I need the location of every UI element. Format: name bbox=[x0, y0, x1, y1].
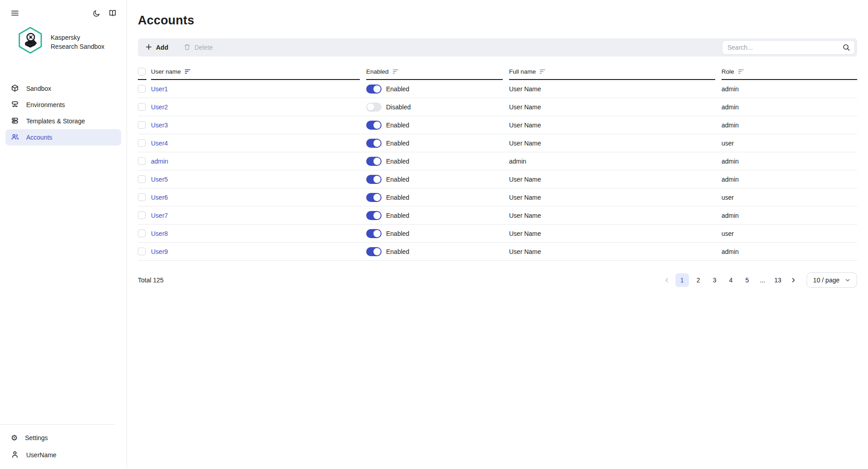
user-name-link[interactable]: User8 bbox=[151, 230, 168, 237]
sort-icon[interactable] bbox=[392, 68, 399, 75]
sort-icon[interactable] bbox=[539, 68, 546, 75]
user-name-cell: User5 bbox=[151, 176, 366, 183]
page-ellipsis: ... bbox=[757, 277, 769, 284]
page-size-value: 10 / page bbox=[813, 277, 840, 284]
user-name-cell: admin bbox=[151, 158, 366, 165]
user-name-link[interactable]: User3 bbox=[151, 122, 168, 129]
table-row: User8 Enabled User Name user bbox=[138, 225, 857, 243]
row-checkbox[interactable] bbox=[138, 175, 146, 183]
row-checkbox[interactable] bbox=[138, 230, 146, 237]
enabled-toggle[interactable] bbox=[366, 139, 382, 148]
user-name-link[interactable]: User1 bbox=[151, 85, 168, 93]
full-name-cell: User Name bbox=[509, 194, 722, 201]
page-button-13[interactable]: 13 bbox=[771, 273, 785, 287]
next-page-chevron-right-icon[interactable] bbox=[788, 277, 799, 283]
enabled-toggle[interactable] bbox=[366, 157, 382, 166]
row-checkbox[interactable] bbox=[138, 121, 146, 129]
toggle-knob bbox=[373, 140, 381, 147]
page-button-5[interactable]: 5 bbox=[741, 273, 754, 287]
settings-item[interactable]: ⚙ Settings bbox=[0, 429, 127, 446]
row-checkbox[interactable] bbox=[138, 85, 146, 93]
user-name-link[interactable]: User5 bbox=[151, 176, 168, 183]
page-button-1[interactable]: 1 bbox=[675, 273, 689, 287]
sidebar-item-sandbox[interactable]: Sandbox bbox=[5, 80, 121, 97]
row-checkbox-cell bbox=[138, 157, 151, 165]
user-name-link[interactable]: admin bbox=[151, 158, 168, 165]
enabled-toggle[interactable] bbox=[366, 121, 382, 130]
enabled-toggle[interactable] bbox=[366, 193, 382, 202]
toggle-knob bbox=[373, 158, 381, 165]
enabled-status-label: Enabled bbox=[386, 158, 409, 165]
user-name-link[interactable]: User7 bbox=[151, 212, 168, 219]
page-size-select[interactable]: 10 / page bbox=[807, 272, 857, 288]
user-name-link[interactable]: User4 bbox=[151, 140, 168, 147]
pagination-bar: Total 125 1 2 3 4 5 ... 13 10 / page bbox=[138, 272, 857, 288]
column-header-user-name[interactable]: User name bbox=[151, 64, 360, 80]
search-input[interactable] bbox=[722, 40, 855, 55]
row-checkbox[interactable] bbox=[138, 248, 146, 255]
page-button-4[interactable]: 4 bbox=[724, 273, 738, 287]
enabled-toggle[interactable] bbox=[366, 247, 382, 256]
page-button-2[interactable]: 2 bbox=[692, 273, 705, 287]
enabled-toggle[interactable] bbox=[366, 211, 382, 220]
gear-icon: ⚙ bbox=[11, 434, 18, 442]
enabled-toggle[interactable] bbox=[366, 103, 382, 112]
row-checkbox-cell bbox=[138, 121, 151, 129]
user-name-link[interactable]: User6 bbox=[151, 194, 168, 201]
add-button[interactable]: Add bbox=[145, 43, 168, 52]
column-header-full-name[interactable]: Full name bbox=[509, 64, 715, 80]
row-checkbox[interactable] bbox=[138, 211, 146, 219]
row-checkbox[interactable] bbox=[138, 103, 146, 111]
person-icon bbox=[11, 450, 19, 460]
enabled-cell: Enabled bbox=[366, 157, 509, 166]
sidebar-item-templates-storage[interactable]: Templates & Storage bbox=[5, 113, 121, 129]
full-name-cell: User Name bbox=[509, 212, 722, 219]
brand: Kaspersky Research Sandbox bbox=[16, 26, 127, 58]
table-row: User1 Enabled User Name admin bbox=[138, 80, 857, 98]
table-header-row: User name Enabled Full name Role bbox=[138, 64, 857, 80]
toggle-knob bbox=[373, 176, 381, 183]
row-checkbox[interactable] bbox=[138, 157, 146, 165]
user-name-cell: User1 bbox=[151, 85, 366, 93]
row-checkbox-cell bbox=[138, 85, 151, 93]
role-cell: admin bbox=[722, 85, 857, 93]
role-cell: user bbox=[722, 230, 857, 237]
page-button-3[interactable]: 3 bbox=[708, 273, 722, 287]
column-header-role[interactable]: Role bbox=[722, 64, 857, 80]
role-cell: admin bbox=[722, 103, 857, 111]
sidebar-item-environments[interactable]: Environments bbox=[5, 97, 121, 113]
enabled-status-label: Enabled bbox=[386, 85, 409, 93]
enabled-toggle[interactable] bbox=[366, 229, 382, 238]
select-all-checkbox[interactable] bbox=[138, 68, 146, 75]
user-account-item[interactable]: UserName bbox=[0, 446, 127, 464]
enabled-toggle[interactable] bbox=[366, 84, 382, 94]
previous-page-chevron-left-icon[interactable] bbox=[661, 277, 673, 283]
user-name-link[interactable]: User2 bbox=[151, 103, 168, 111]
users-icon bbox=[11, 133, 19, 142]
sort-icon[interactable] bbox=[738, 68, 744, 75]
user-name-cell: User7 bbox=[151, 212, 366, 219]
delete-button[interactable]: Delete bbox=[184, 43, 212, 52]
kaspersky-hexagon-logo-icon bbox=[16, 26, 44, 58]
user-name-link[interactable]: User9 bbox=[151, 248, 168, 255]
full-name-cell: User Name bbox=[509, 248, 722, 255]
storage-icon bbox=[11, 117, 19, 126]
enabled-toggle[interactable] bbox=[366, 175, 382, 184]
trash-icon bbox=[184, 43, 191, 52]
user-name-cell: User4 bbox=[151, 140, 366, 147]
sidebar-item-accounts[interactable]: Accounts bbox=[5, 129, 121, 145]
sidebar-top-bar bbox=[0, 0, 127, 17]
enabled-status-label: Enabled bbox=[386, 176, 409, 183]
role-cell: user bbox=[722, 140, 857, 147]
sort-icon[interactable] bbox=[184, 68, 191, 75]
documentation-book-icon[interactable] bbox=[108, 9, 117, 17]
dark-mode-moon-icon[interactable] bbox=[93, 9, 100, 17]
enabled-status-label: Enabled bbox=[386, 194, 409, 201]
table-row: User4 Enabled User Name user bbox=[138, 134, 857, 152]
hamburger-menu-icon[interactable] bbox=[11, 9, 19, 17]
column-header-enabled[interactable]: Enabled bbox=[366, 64, 503, 80]
brand-line1: Kaspersky bbox=[51, 33, 104, 42]
row-checkbox[interactable] bbox=[138, 139, 146, 147]
plus-icon bbox=[145, 43, 152, 52]
row-checkbox[interactable] bbox=[138, 193, 146, 201]
